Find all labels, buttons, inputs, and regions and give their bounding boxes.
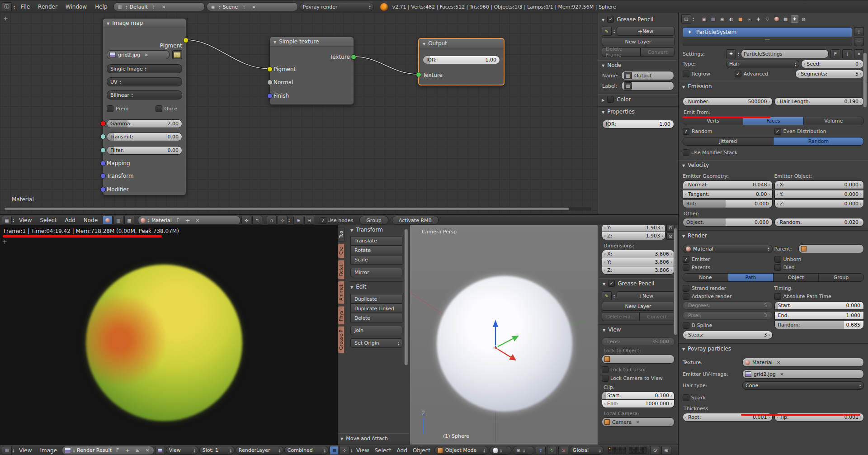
layers-grid-2[interactable] [629,447,646,454]
grease-pencil-checkbox[interactable] [608,280,615,287]
menu-item[interactable]: Window [61,1,91,12]
grease-pencil-checkbox[interactable] [607,16,614,23]
manipulator-rotate-icon[interactable]: ↻ [547,446,557,455]
transmit-slider[interactable]: Transmit:0.00 [107,133,182,141]
segment-button[interactable]: Random [774,137,863,145]
menu-item[interactable]: Render [34,1,61,12]
shading-select[interactable] [490,446,511,455]
tool-shelf-tab[interactable]: Cre [338,243,344,258]
collapse-icon[interactable] [602,16,604,23]
draw-mode-icon[interactable] [602,291,612,300]
go-parent-node-tree-icon[interactable] [252,216,262,225]
emitter-checkbox[interactable] [683,256,689,263]
draw-mode-icon[interactable] [602,27,612,36]
gp-new-layer-button[interactable]: New Layer [602,37,675,46]
render-material-select[interactable]: Material [683,245,773,253]
gp-convert-button[interactable]: Convert [639,312,675,321]
segment-button[interactable]: Volume [804,117,863,125]
tool-button[interactable]: Scale [350,255,402,265]
scene-tab[interactable] [718,15,726,23]
strand-render-checkbox[interactable] [683,285,689,292]
slot-select[interactable]: Slot: 1 [199,446,235,455]
physics-tab[interactable] [800,15,807,23]
unborn-checkbox[interactable] [774,256,781,263]
transmit-input-socket[interactable] [100,134,106,139]
velocity-tangent-field[interactable]: ‹Tangent:0.00› [683,190,773,199]
collapse-icon[interactable] [274,38,276,45]
gp-delete-frame-button[interactable]: Delete Fra... [602,312,639,321]
region-expand-plus-icon[interactable] [1,238,9,245]
remove-particle-system-button[interactable]: − [854,37,864,46]
editor-type-icon[interactable] [681,14,691,24]
lock-to-scene-icon[interactable] [650,446,660,455]
particles-tab[interactable] [791,15,798,23]
menu-item[interactable]: View [15,215,36,226]
segment-button[interactable]: None [683,274,728,281]
finish-input-socket[interactable] [267,93,273,99]
simple-texture-node[interactable]: Simple texture Texture Pigment Normal Fi… [269,37,354,105]
shader-type-material-icon[interactable] [103,216,113,225]
velocity-random-field[interactable]: ‹Random:0.020› [774,218,864,227]
distribution-buttons[interactable]: JitteredRandom [683,137,864,146]
pigment-input-socket[interactable] [267,66,273,72]
segments-field[interactable]: ‹Segments:5› [795,70,864,78]
menu-item[interactable]: Image [36,446,61,455]
tool-button[interactable]: Translate [350,236,402,246]
menu-item[interactable]: Add [61,215,80,226]
menu-item[interactable]: Add [394,446,410,455]
pack-image-icon[interactable] [134,447,142,454]
view-mode-select[interactable]: View [166,446,198,455]
menu-item[interactable]: Node [80,215,102,226]
gp-new-layer-button[interactable]: New Layer [602,302,675,311]
gamma-slider[interactable]: Gamma:2.00 [107,119,182,128]
image-datablock[interactable]: Render Result F [62,446,154,455]
close-scene-button[interactable] [250,3,258,10]
hair-type-select[interactable]: Cone [742,381,864,390]
pin-icon[interactable] [241,216,251,225]
unlink-image-button[interactable] [144,447,151,454]
image-preview-icon[interactable] [155,446,165,455]
render-layers-tab[interactable] [709,15,717,23]
unlink-material-button[interactable] [194,217,202,224]
snap-mode-icon[interactable] [278,216,288,225]
render-layer-select[interactable]: RenderLayer [236,446,283,455]
group-button[interactable]: Group [359,216,388,225]
clear-camera-icon[interactable] [634,418,642,426]
shader-type-compositing-icon[interactable] [113,216,123,225]
add-layout-button[interactable] [150,3,158,10]
menu-item[interactable]: View [15,446,36,455]
filter-input-socket[interactable] [100,147,106,153]
died-checkbox[interactable] [774,264,781,271]
add-particle-system-button[interactable] [854,27,864,36]
pivot-select[interactable] [513,446,534,455]
menu-item[interactable]: Select [372,446,394,455]
new-image-button[interactable] [124,447,132,454]
fake-user-button[interactable]: F [830,49,840,58]
normal-input-socket[interactable] [267,80,273,85]
image-source-select[interactable]: Single Image [107,64,182,73]
tool-shelf-tab[interactable]: Too [338,227,344,242]
manipulator-scale-icon[interactable]: ⇲ [558,446,568,455]
tool-button[interactable]: Delete [350,313,402,322]
render-engine-select[interactable]: Povray render [300,3,374,11]
add-scene-button[interactable] [240,3,248,10]
unlink-image-icon[interactable] [142,51,150,58]
tool-button[interactable]: Duplicate [350,294,402,303]
filter-slider[interactable]: Filter:0.00 [107,146,182,155]
particle-settings-datablock[interactable]: ParticleSettings [741,49,829,58]
particle-settings-icon[interactable] [726,49,736,58]
viewport-sidebar-scrollbar[interactable] [674,228,678,335]
output-node[interactable]: Output IOR:1.00 Texture [418,38,505,85]
material-tab[interactable] [773,15,780,23]
list-resize-grip[interactable]: ══ [683,37,852,43]
object-tab[interactable] [736,15,744,23]
spark-checkbox[interactable] [683,394,689,401]
emitter-uv-image-field[interactable]: grid2.jpg [742,370,864,379]
region-expand-plus-icon[interactable] [2,14,9,22]
editor-type-icon[interactable] [340,446,349,455]
timing-random-slider[interactable]: Random:0.685 [774,321,864,329]
close-layout-button[interactable] [160,3,168,10]
menu-item[interactable]: Object [410,446,433,455]
properties-scrollbar[interactable] [863,52,867,108]
segment-button[interactable]: Faces [743,117,803,125]
